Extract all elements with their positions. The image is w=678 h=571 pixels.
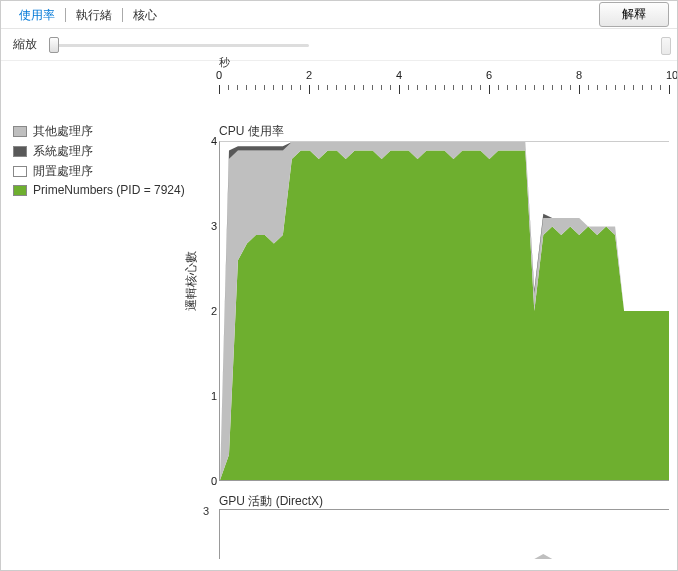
slider-track (49, 44, 309, 47)
tick-strip (219, 85, 669, 95)
cpu-y-tick-label: 2 (211, 305, 217, 317)
explain-button[interactable]: 解釋 (599, 2, 669, 27)
zoom-label: 縮放 (13, 36, 37, 53)
legend-system: 系統處理序 (13, 143, 189, 160)
zoom-slider[interactable] (49, 36, 309, 54)
time-tick-label: 2 (306, 69, 312, 81)
cpu-y-ticks: 01234 (197, 141, 217, 481)
time-unit-label: 秒 (219, 55, 230, 70)
profiler-window: 使用率 執行緒 核心 解釋 縮放 其他處理序 系統處理序 閒置處理序 Prime… (0, 0, 678, 571)
gpu-chart-title: GPU 活動 (DirectX) (219, 493, 323, 510)
time-tick-label: 8 (576, 69, 582, 81)
tab-threads[interactable]: 執行緒 (66, 6, 122, 24)
time-tick-label: 6 (486, 69, 492, 81)
slider-thumb[interactable] (49, 37, 59, 53)
drag-grip[interactable] (661, 37, 671, 55)
time-tick-label: 0 (216, 69, 222, 81)
cpu-y-tick-label: 3 (211, 220, 217, 232)
gpu-svg (220, 510, 669, 559)
legend: 其他處理序 系統處理序 閒置處理序 PrimeNumbers (PID = 79… (1, 123, 201, 200)
cpu-y-tick-label: 0 (211, 475, 217, 487)
cpu-y-tick-label: 1 (211, 390, 217, 402)
tab-strip: 使用率 執行緒 核心 (9, 6, 167, 24)
tab-utilization[interactable]: 使用率 (9, 6, 65, 24)
cpu-chart-title: CPU 使用率 (219, 123, 284, 140)
toolbar: 使用率 執行緒 核心 解釋 (1, 1, 677, 29)
gpu-y-tick: 3 (203, 505, 209, 517)
chart-area: 秒 0246810 CPU 使用率 01234 邏輯核心數 GPU 活動 (Di… (189, 61, 669, 570)
zoom-row: 縮放 (1, 29, 677, 61)
cpu-y-axis-label: 邏輯核心數 (183, 251, 200, 311)
legend-idle: 閒置處理序 (13, 163, 189, 180)
legend-label: PrimeNumbers (PID = 7924) (33, 183, 185, 197)
cpu-plot[interactable] (219, 141, 669, 481)
swatch-prime (13, 185, 27, 196)
time-tick-label: 4 (396, 69, 402, 81)
swatch-system (13, 146, 27, 157)
cpu-y-tick-label: 4 (211, 135, 217, 147)
tab-cores[interactable]: 核心 (123, 6, 167, 24)
legend-label: 系統處理序 (33, 143, 93, 160)
legend-other: 其他處理序 (13, 123, 189, 140)
legend-prime: PrimeNumbers (PID = 7924) (13, 183, 189, 197)
legend-label: 閒置處理序 (33, 163, 93, 180)
swatch-idle (13, 166, 27, 177)
swatch-other (13, 126, 27, 137)
time-tick-label: 10 (666, 69, 678, 81)
cpu-svg (220, 142, 669, 480)
content: 其他處理序 系統處理序 閒置處理序 PrimeNumbers (PID = 79… (1, 61, 677, 570)
legend-label: 其他處理序 (33, 123, 93, 140)
gpu-plot[interactable] (219, 509, 669, 559)
